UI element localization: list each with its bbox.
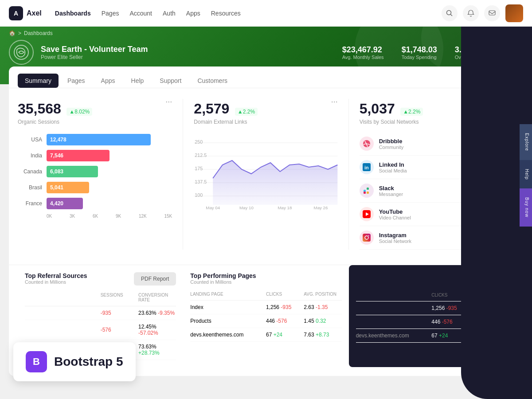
main-nav: Dashboards Pages Account Auth Apps Resou… (55, 10, 442, 17)
referral-subtitle: Counted in Millions (25, 279, 87, 285)
linkedin-name: Linked In (379, 161, 466, 168)
organic-more-button[interactable]: ··· (165, 97, 172, 106)
svg-text:137.5: 137.5 (195, 180, 207, 184)
col-clicks: CLICKS (266, 292, 304, 297)
logo-area: A Axel (9, 6, 42, 20)
team-logo-icon (13, 44, 29, 60)
user-avatar[interactable] (505, 4, 523, 22)
breadcrumb-sep: > (18, 30, 21, 36)
nav-apps[interactable]: Apps (186, 10, 200, 17)
page-pos-2: 1.45 0.32 (304, 318, 341, 324)
search-icon (446, 10, 453, 17)
axis-9k: 9K (116, 214, 121, 219)
social-visits-value: 5,037 (360, 101, 395, 117)
tab-support[interactable]: Support (153, 74, 188, 88)
axis-3k: 3K (70, 214, 75, 219)
slack-icon (360, 184, 374, 198)
axis-0k: 0K (47, 214, 52, 219)
bar-outer-brasil: 5,041 (47, 182, 172, 193)
organic-sessions-change: ▲8.02% (66, 108, 92, 116)
team-name: Save Earth - Volunteer Team (41, 45, 148, 54)
youtube-icon (360, 207, 374, 221)
domain-more-button[interactable]: ··· (331, 97, 338, 106)
nav-right (442, 4, 523, 22)
tab-help[interactable]: Help (124, 74, 151, 88)
domain-links-value: 2,579 (194, 101, 229, 117)
table-row: devs.keenthemes.com 67 +24 7.63 +8.73 (190, 328, 341, 342)
side-buttons: Explore Help Buy now (520, 124, 532, 227)
team-logo (9, 40, 34, 65)
nav-auth[interactable]: Auth (163, 10, 176, 17)
dribbble-name: Dribbble (379, 138, 470, 145)
svg-rect-23 (367, 192, 369, 194)
bar-label-usa: USA (18, 137, 42, 143)
svg-text:in: in (364, 165, 369, 170)
ref-rate-1: 23.63% -9.35% (138, 310, 176, 316)
referral-pdf-button[interactable]: PDF Report (134, 272, 176, 286)
col-conversion: CONVERSION RATE (138, 293, 176, 302)
axis-12k: 12K (139, 214, 147, 219)
bootstrap-icon: B (26, 351, 47, 372)
bar-inner-canada: 6,083 (47, 166, 98, 177)
ref-rate-2: 12.45% -57.02% (138, 324, 176, 336)
explore-button[interactable]: Explore (520, 124, 532, 160)
buy-button[interactable]: Buy now (520, 188, 532, 226)
bar-inner-usa: 12,478 (47, 134, 151, 145)
bar-india: India 7,546 (18, 150, 172, 161)
youtube-type: Video Channel (379, 215, 470, 220)
top-pages-section: Top Performing Pages Counted in Millions… (183, 265, 348, 367)
line-chart-svg: 250 212.5 175 137.5 100 May (194, 134, 337, 214)
page-clicks-3: 67 +24 (266, 332, 304, 338)
nav-pages[interactable]: Pages (102, 10, 119, 17)
nav-resources[interactable]: Resources (211, 10, 241, 17)
metrics-grid: 35,568 ▲8.02% ··· Organic Sessions USA 1… (9, 88, 523, 260)
bar-inner-brasil: 5,041 (47, 182, 89, 193)
dribbble-icon (360, 137, 374, 151)
svg-text:May 18: May 18 (278, 206, 292, 210)
notifications-button[interactable] (463, 5, 479, 21)
table-row: -935 23.63% -9.35% (25, 306, 176, 320)
logo-icon: A (9, 6, 23, 20)
team-info: Save Earth - Volunteer Team Power Elite … (41, 45, 148, 60)
instagram-icon (360, 231, 374, 245)
instagram-info: Instagram Social Network (379, 232, 466, 244)
col-landing-page: LANDING PAGE (190, 292, 266, 297)
svg-text:175: 175 (195, 166, 203, 171)
svg-text:May 26: May 26 (314, 206, 328, 210)
messages-button[interactable] (484, 5, 500, 21)
bar-label-brasil: Brasil (18, 184, 42, 191)
help-button[interactable]: Help (520, 160, 532, 189)
organic-sessions-label: Organic Sessions (18, 119, 172, 125)
bar-label-canada: Canada (18, 168, 42, 175)
tab-customers[interactable]: Customers (190, 74, 235, 88)
svg-rect-2 (489, 11, 495, 15)
domain-links-change: ▲2.2% (235, 108, 258, 116)
bootstrap-overlay: B Bootstrap 5 (13, 342, 136, 381)
bar-france: France 4,420 (18, 198, 172, 209)
svg-rect-27 (363, 234, 371, 242)
svg-text:May 10: May 10 (239, 206, 254, 210)
bar-brasil: Brasil 5,041 (18, 182, 172, 193)
page-name-1: Index (190, 304, 266, 310)
tab-apps[interactable]: Apps (94, 74, 122, 88)
svg-text:100: 100 (195, 193, 203, 198)
bar-canada: Canada 6,083 (18, 166, 172, 177)
svg-line-1 (450, 14, 452, 16)
pages-table: LANDING PAGE CLICKS AVG. POSITION Index … (190, 288, 341, 342)
col-empty (356, 293, 432, 297)
ref-sessions-1: -935 (101, 310, 138, 316)
col-source (25, 293, 101, 302)
tab-pages[interactable]: Pages (60, 74, 92, 88)
page-name-2: Products (190, 318, 266, 324)
nav-account[interactable]: Account (129, 10, 152, 17)
table-row: -576 12.45% -57.02% (25, 320, 176, 340)
bar-outer-canada: 6,083 (47, 166, 172, 177)
tab-summary[interactable]: Summary (18, 74, 59, 88)
search-button[interactable] (442, 5, 458, 21)
nav-dashboards[interactable]: Dashboards (55, 10, 91, 17)
page-pos-3: 7.63 +8.73 (304, 332, 341, 338)
social-visits-change: ▲2.2% (400, 108, 423, 116)
axis-15k: 15K (164, 214, 172, 219)
youtube-info: YouTube Video Channel (379, 208, 470, 220)
bar-outer-france: 4,420 (47, 198, 172, 209)
